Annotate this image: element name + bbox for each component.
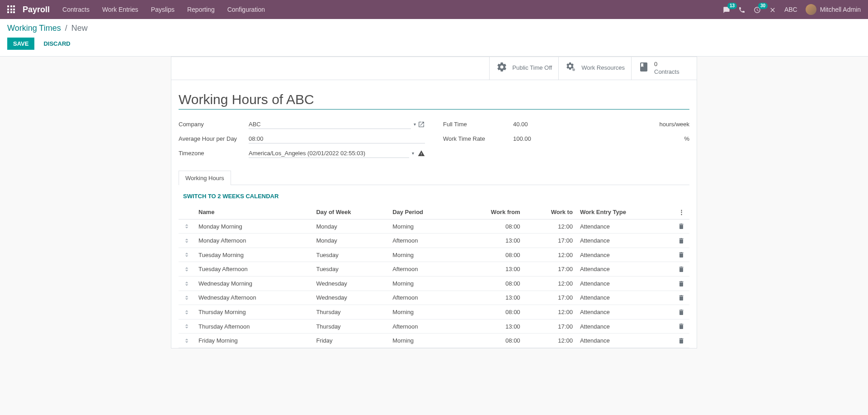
stat-public-time-off[interactable]: Public Time Off <box>489 57 558 80</box>
cell-day[interactable]: Tuesday <box>312 262 389 277</box>
cell-from[interactable]: 08:00 <box>458 248 524 262</box>
nav-work-entries[interactable]: Work Entries <box>102 6 138 13</box>
drag-handle-icon[interactable] <box>179 219 195 234</box>
drag-handle-icon[interactable] <box>179 291 195 305</box>
col-day-period[interactable]: Day Period <box>389 205 458 219</box>
table-row[interactable]: Tuesday MorningTuesdayMorning08:0012:00A… <box>179 248 689 262</box>
drag-handle-icon[interactable] <box>179 305 195 320</box>
user-menu[interactable]: Mitchell Admin <box>806 4 861 15</box>
chevron-down-icon[interactable]: ▾ <box>412 151 414 156</box>
delete-row-icon[interactable] <box>673 219 689 234</box>
activity-icon[interactable]: 30 <box>754 5 761 14</box>
cell-name[interactable]: Friday Morning <box>195 334 312 348</box>
cell-type[interactable]: Attendance <box>576 291 673 305</box>
cell-from[interactable]: 08:00 <box>458 219 524 234</box>
main-scroll[interactable]: Public Time Off Work Resources 0 Contrac… <box>0 57 868 412</box>
save-button[interactable]: SAVE <box>7 38 34 50</box>
delete-row-icon[interactable] <box>673 291 689 305</box>
nav-reporting[interactable]: Reporting <box>187 6 215 13</box>
app-brand[interactable]: Payroll <box>23 5 50 14</box>
table-row[interactable]: Friday MorningFridayMorning08:0012:00Att… <box>179 334 689 348</box>
table-row[interactable]: Wednesday MorningWednesdayMorning08:0012… <box>179 277 689 291</box>
timezone-field[interactable] <box>249 149 409 158</box>
cell-period[interactable]: Afternoon <box>389 234 458 248</box>
cell-type[interactable]: Attendance <box>576 277 673 291</box>
delete-row-icon[interactable] <box>673 262 689 277</box>
col-day-of-week[interactable]: Day of Week <box>312 205 389 219</box>
drag-handle-icon[interactable] <box>179 334 195 348</box>
phone-icon[interactable] <box>738 5 745 14</box>
cell-from[interactable]: 08:00 <box>458 334 524 348</box>
cell-period[interactable]: Afternoon <box>389 262 458 277</box>
external-link-icon[interactable] <box>418 120 425 128</box>
cell-name[interactable]: Tuesday Afternoon <box>195 262 312 277</box>
cell-name[interactable]: Wednesday Afternoon <box>195 291 312 305</box>
tab-working-hours[interactable]: Working Hours <box>179 171 231 185</box>
cell-day[interactable]: Wednesday <box>312 277 389 291</box>
cell-type[interactable]: Attendance <box>576 319 673 334</box>
cell-to[interactable]: 17:00 <box>524 262 576 277</box>
cell-period[interactable]: Afternoon <box>389 291 458 305</box>
delete-row-icon[interactable] <box>673 305 689 320</box>
cell-day[interactable]: Friday <box>312 334 389 348</box>
cell-period[interactable]: Morning <box>389 305 458 320</box>
cell-name[interactable]: Monday Morning <box>195 219 312 234</box>
cell-name[interactable]: Tuesday Morning <box>195 248 312 262</box>
col-name[interactable]: Name <box>195 205 312 219</box>
breadcrumb-parent[interactable]: Working Times <box>7 24 61 33</box>
cell-to[interactable]: 12:00 <box>524 334 576 348</box>
nav-payslips[interactable]: Payslips <box>151 6 175 13</box>
cell-name[interactable]: Thursday Afternoon <box>195 319 312 334</box>
drag-handle-icon[interactable] <box>179 319 195 334</box>
warning-icon[interactable] <box>418 149 425 157</box>
cell-name[interactable]: Thursday Morning <box>195 305 312 320</box>
col-work-from[interactable]: Work from <box>458 205 524 219</box>
cell-period[interactable]: Morning <box>389 248 458 262</box>
title-input[interactable] <box>179 91 689 110</box>
discard-button[interactable]: DISCARD <box>40 38 74 49</box>
switch-calendar-link[interactable]: SWITCH TO 2 WEEKS CALENDAR <box>179 193 283 205</box>
delete-row-icon[interactable] <box>673 334 689 348</box>
cell-day[interactable]: Thursday <box>312 305 389 320</box>
avg-hour-field[interactable] <box>249 134 425 143</box>
cell-period[interactable]: Afternoon <box>389 319 458 334</box>
close-tray-icon[interactable] <box>769 5 776 14</box>
drag-handle-icon[interactable] <box>179 262 195 277</box>
cell-from[interactable]: 13:00 <box>458 234 524 248</box>
stat-contracts[interactable]: 0 Contracts <box>631 57 697 80</box>
cell-day[interactable]: Wednesday <box>312 291 389 305</box>
delete-row-icon[interactable] <box>673 234 689 248</box>
cell-to[interactable]: 17:00 <box>524 291 576 305</box>
messages-icon[interactable]: 13 <box>723 5 730 14</box>
cell-type[interactable]: Attendance <box>576 305 673 320</box>
delete-row-icon[interactable] <box>673 248 689 262</box>
cell-to[interactable]: 12:00 <box>524 305 576 320</box>
cell-type[interactable]: Attendance <box>576 262 673 277</box>
cell-type[interactable]: Attendance <box>576 248 673 262</box>
cell-type[interactable]: Attendance <box>576 334 673 348</box>
company-field[interactable] <box>249 120 411 129</box>
table-row[interactable]: Tuesday AfternoonTuesdayAfternoon13:0017… <box>179 262 689 277</box>
col-work-to[interactable]: Work to <box>524 205 576 219</box>
apps-icon[interactable] <box>7 5 15 14</box>
col-options[interactable]: ⋮ <box>673 205 689 219</box>
cell-day[interactable]: Monday <box>312 234 389 248</box>
cell-from[interactable]: 13:00 <box>458 262 524 277</box>
cell-to[interactable]: 12:00 <box>524 219 576 234</box>
cell-period[interactable]: Morning <box>389 277 458 291</box>
table-row[interactable]: Wednesday AfternoonWednesdayAfternoon13:… <box>179 291 689 305</box>
drag-handle-icon[interactable] <box>179 248 195 262</box>
cell-day[interactable]: Thursday <box>312 319 389 334</box>
table-row[interactable]: Thursday MorningThursdayMorning08:0012:0… <box>179 305 689 320</box>
nav-configuration[interactable]: Configuration <box>227 6 265 13</box>
cell-name[interactable]: Monday Afternoon <box>195 234 312 248</box>
chevron-down-icon[interactable]: ▾ <box>414 122 416 127</box>
company-switcher[interactable]: ABC <box>784 6 797 13</box>
cell-from[interactable]: 13:00 <box>458 319 524 334</box>
cell-to[interactable]: 12:00 <box>524 248 576 262</box>
cell-day[interactable]: Monday <box>312 219 389 234</box>
cell-to[interactable]: 12:00 <box>524 277 576 291</box>
drag-handle-icon[interactable] <box>179 234 195 248</box>
delete-row-icon[interactable] <box>673 277 689 291</box>
cell-from[interactable]: 13:00 <box>458 291 524 305</box>
